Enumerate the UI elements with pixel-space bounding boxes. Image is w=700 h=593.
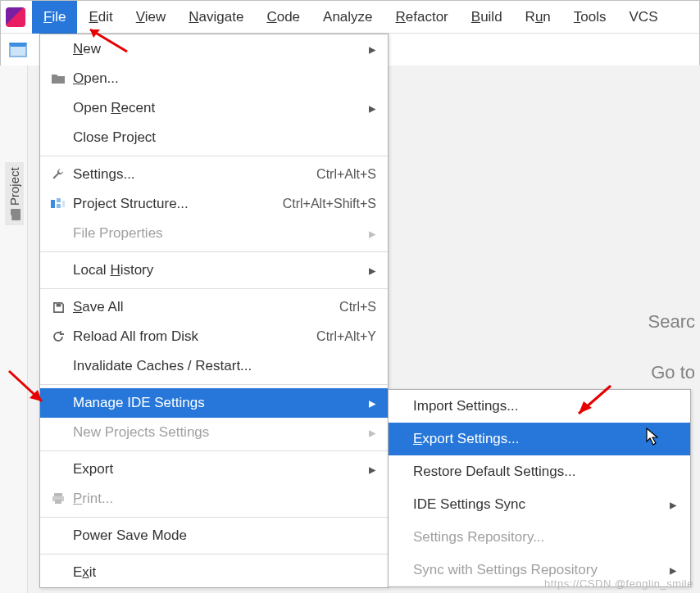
submenu-item-label: IDE Settings Sync: [413, 496, 670, 513]
menu-item-settings[interactable]: Settings...Ctrl+Alt+S: [40, 160, 388, 189]
project-tool-tab[interactable]: Project: [5, 162, 24, 225]
svg-rect-5: [54, 493, 62, 496]
menu-shortcut: Ctrl+Alt+Y: [316, 329, 376, 344]
submenu-item-label: Restore Default Settings...: [413, 464, 677, 480]
menu-item-save-all[interactable]: Save AllCtrl+S: [40, 292, 388, 322]
print-icon: [48, 493, 68, 505]
menu-item-label: Export: [68, 461, 366, 478]
menubar-item-edit[interactable]: Edit: [77, 1, 124, 34]
svg-rect-7: [55, 500, 61, 504]
menu-separator: [40, 288, 388, 289]
menu-shortcut: Ctrl+Alt+Shift+S: [283, 197, 376, 211]
menu-separator: [40, 554, 388, 555]
menu-item-label: File Properties: [68, 225, 366, 242]
menubar-item-view[interactable]: View: [125, 1, 178, 34]
submenu-item-label: Settings Repository...: [413, 529, 677, 545]
submenu-arrow-icon: ▸: [670, 562, 677, 579]
menu-item-label: Manage IDE Settings: [68, 395, 366, 411]
hint-goto-file: Go to: [651, 362, 695, 383]
submenu-arrow-icon: ▸: [366, 262, 376, 279]
svg-rect-4: [56, 303, 61, 306]
menu-item-label: Invalidate Caches / Restart...: [68, 358, 376, 374]
menu-item-label: Project Structure...: [68, 196, 283, 212]
manage-ide-settings-submenu: Import Settings...Export Settings...Rest…: [388, 389, 691, 587]
submenu-item-label: Import Settings...: [413, 398, 677, 414]
folder-icon: [11, 209, 20, 220]
file-menu-dropdown: New▸Open...Open Recent▸Close ProjectSett…: [39, 34, 389, 588]
submenu-item-restore-default-settings[interactable]: Restore Default Settings...: [389, 455, 690, 488]
submenu-item-export-settings[interactable]: Export Settings...: [389, 423, 690, 455]
watermark-text: https://CSDN.@fenglin_smile: [544, 577, 693, 590]
menu-item-manage-ide-settings[interactable]: Manage IDE Settings▸: [40, 388, 388, 418]
menu-item-label: Open...: [68, 70, 376, 87]
save-icon: [48, 301, 68, 314]
app-logo-icon: [6, 7, 25, 27]
menu-item-invalidate-caches-restart[interactable]: Invalidate Caches / Restart...: [40, 351, 388, 381]
submenu-arrow-icon: ▸: [366, 461, 376, 478]
submenu-item-settings-repository: Settings Repository...: [389, 521, 690, 554]
submenu-item-label: Sync with Settings Repository: [413, 562, 670, 578]
submenu-item-import-settings[interactable]: Import Settings...: [389, 390, 690, 423]
menu-item-label: New Projects Settings: [68, 424, 366, 441]
svg-rect-3: [62, 201, 65, 207]
menubar-item-run[interactable]: Run: [514, 1, 562, 34]
menu-item-open[interactable]: Open...: [40, 64, 388, 93]
wrench-icon: [48, 168, 68, 181]
menu-item-label: Close Project: [68, 129, 376, 146]
menu-separator: [40, 517, 388, 518]
menubar-item-code[interactable]: Code: [255, 1, 311, 34]
menu-shortcut: Ctrl+Alt+S: [316, 167, 376, 182]
submenu-arrow-icon: ▸: [366, 41, 376, 58]
menu-item-close-project[interactable]: Close Project: [40, 123, 388, 152]
menu-item-power-save-mode[interactable]: Power Save Mode: [40, 521, 388, 550]
menu-separator: [40, 251, 388, 252]
menu-item-project-structure[interactable]: Project Structure...Ctrl+Alt+Shift+S: [40, 189, 388, 219]
menu-item-new-projects-settings: New Projects Settings▸: [40, 418, 388, 447]
svg-rect-2: [57, 204, 61, 208]
menu-item-label: Save All: [68, 299, 339, 315]
menu-item-label: Settings...: [68, 166, 316, 183]
menu-item-label: Local History: [68, 262, 366, 278]
window-layout-icon[interactable]: [9, 43, 27, 57]
menubar: FileEditViewNavigateCodeAnalyzeRefactorB…: [1, 1, 699, 34]
menu-item-export[interactable]: Export▸: [40, 455, 388, 484]
menu-item-label: Exit: [68, 564, 376, 581]
hint-search-everywhere: Searc: [648, 311, 695, 333]
menubar-item-tools[interactable]: Tools: [562, 1, 618, 34]
submenu-item-ide-settings-sync[interactable]: IDE Settings Sync▸: [389, 488, 690, 521]
svg-rect-0: [51, 200, 55, 208]
svg-rect-1: [57, 198, 61, 202]
menu-item-label: Open Recent: [68, 100, 366, 116]
submenu-arrow-icon: ▸: [366, 100, 376, 117]
menu-item-label: New: [68, 41, 366, 57]
folder-icon: [48, 73, 68, 84]
menu-separator: [40, 384, 388, 385]
reload-icon: [48, 330, 68, 343]
submenu-arrow-icon: ▸: [366, 225, 376, 242]
menu-shortcut: Ctrl+S: [339, 300, 376, 315]
menubar-item-vcs[interactable]: VCS: [618, 1, 670, 34]
menu-item-file-properties: File Properties▸: [40, 219, 388, 248]
menu-item-reload-all-from-disk[interactable]: Reload All from DiskCtrl+Alt+Y: [40, 322, 388, 351]
menubar-item-navigate[interactable]: Navigate: [177, 1, 255, 34]
menubar-item-build[interactable]: Build: [460, 1, 514, 34]
submenu-arrow-icon: ▸: [670, 496, 677, 514]
menu-separator: [40, 156, 388, 156]
menu-item-label: Reload All from Disk: [68, 328, 316, 345]
menu-item-exit[interactable]: Exit: [40, 558, 388, 587]
structure-icon: [48, 198, 68, 210]
menu-item-label: Print...: [68, 491, 376, 507]
menubar-item-analyze[interactable]: Analyze: [311, 1, 384, 34]
menu-item-print: Print...: [40, 484, 388, 514]
menubar-item-refactor[interactable]: Refactor: [384, 1, 460, 34]
menu-item-label: Power Save Mode: [68, 527, 376, 544]
left-tool-gutter: Project ucture: [0, 66, 28, 593]
mouse-cursor-icon: [646, 428, 661, 450]
submenu-item-label: Export Settings...: [413, 431, 677, 447]
menubar-item-file[interactable]: File: [32, 1, 77, 34]
menu-item-open-recent[interactable]: Open Recent▸: [40, 93, 388, 123]
menu-item-local-history[interactable]: Local History▸: [40, 256, 388, 285]
submenu-arrow-icon: ▸: [366, 424, 376, 441]
submenu-arrow-icon: ▸: [366, 395, 376, 412]
menu-item-new[interactable]: New▸: [40, 34, 388, 64]
